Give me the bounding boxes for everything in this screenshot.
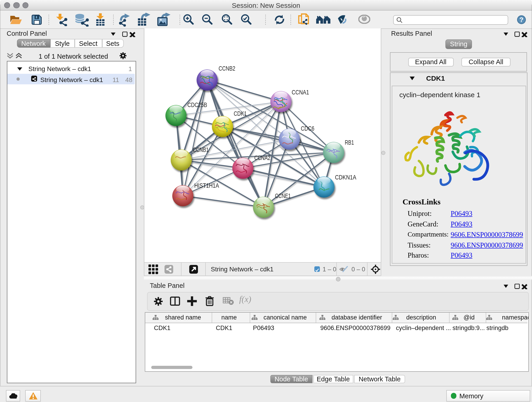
svg-text:CCNA2: CCNA2 xyxy=(254,154,270,161)
svg-text:CDC25B: CDC25B xyxy=(187,101,207,108)
svg-text:CDC6: CDC6 xyxy=(301,125,314,132)
svg-text:?: ? xyxy=(519,16,524,23)
svg-text:CCNB1: CCNB1 xyxy=(193,146,209,153)
svg-text:CCNA1: CCNA1 xyxy=(292,89,309,96)
svg-text:HIST1H1A: HIST1H1A xyxy=(194,182,219,189)
svg-text:RB1: RB1 xyxy=(345,139,354,146)
svg-text:CDKN1A: CDKN1A xyxy=(335,174,356,181)
svg-text:CDK1: CDK1 xyxy=(234,110,247,117)
svg-text:CCNE1: CCNE1 xyxy=(275,192,291,199)
svg-text:CCNB2: CCNB2 xyxy=(219,65,235,72)
